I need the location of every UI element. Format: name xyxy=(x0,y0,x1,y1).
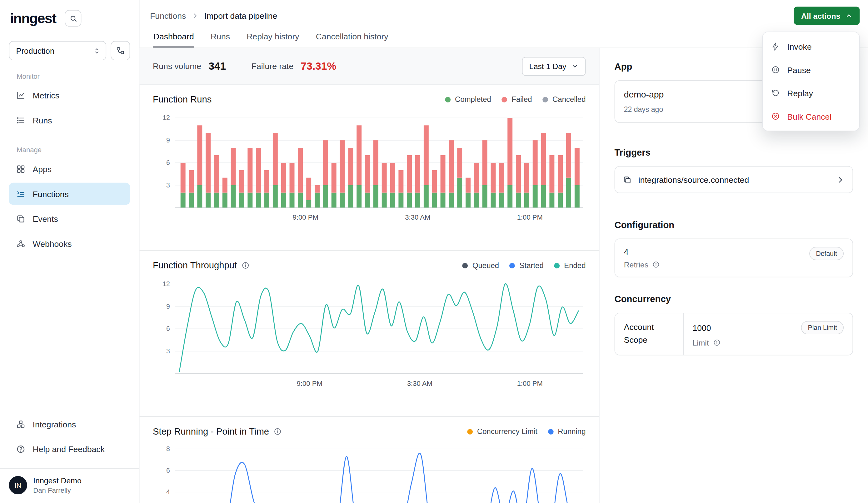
legend-label: Running xyxy=(558,428,586,436)
legend-failed: Failed xyxy=(502,95,532,104)
chevrons-updown-icon xyxy=(93,47,101,55)
sidebar-item-apps[interactable]: Apps xyxy=(9,158,130,180)
breadcrumb: Functions Import data pipeline xyxy=(150,11,277,20)
chevron-right-icon xyxy=(836,175,845,184)
pause-icon xyxy=(771,65,780,74)
menu-item-replay[interactable]: Replay xyxy=(763,81,859,104)
breadcrumb-functions-link[interactable]: Functions xyxy=(150,11,186,20)
environment-select[interactable]: Production xyxy=(9,41,106,60)
webhooks-icon xyxy=(16,239,25,248)
stats-band: Runs volume 341 Failure rate 73.31% Last… xyxy=(140,48,599,85)
date-range-value: Last 1 Day xyxy=(529,62,567,71)
breadcrumb-current: Import data pipeline xyxy=(204,11,277,20)
chevron-right-icon xyxy=(192,12,199,19)
sidebar-item-label: Metrics xyxy=(33,91,60,100)
user-name: Inngest Demo xyxy=(33,476,81,485)
svg-text:3:30 AM: 3:30 AM xyxy=(407,380,432,387)
info-icon[interactable] xyxy=(713,339,721,347)
info-icon[interactable] xyxy=(273,428,282,436)
help-icon xyxy=(16,444,25,454)
integrations-icon xyxy=(16,419,25,429)
events-icon xyxy=(16,214,25,223)
legend-started: Started xyxy=(510,261,544,270)
legend-cancelled: Cancelled xyxy=(542,95,586,104)
svg-text:9: 9 xyxy=(166,303,170,310)
legend-completed: Completed xyxy=(445,95,491,104)
sidebar-item-integrations[interactable]: Integrations xyxy=(9,413,130,435)
runs-volume-stat: Runs volume 341 xyxy=(153,60,226,72)
tab-cancellation-history[interactable]: Cancellation history xyxy=(315,32,389,48)
svg-text:1:00 PM: 1:00 PM xyxy=(517,380,543,387)
menu-item-pause[interactable]: Pause xyxy=(763,58,859,81)
svg-text:6: 6 xyxy=(166,159,170,166)
sidebar: inngest Production Monitor Metrics Runs … xyxy=(0,0,140,503)
app-root: inngest Production Monitor Metrics Runs … xyxy=(0,0,868,503)
content-body: Runs volume 341 Failure rate 73.31% Last… xyxy=(140,48,868,503)
completed-dot xyxy=(445,96,451,102)
environment-row: Production xyxy=(9,41,130,60)
all-actions-menu: Invoke Pause Replay Bulk Cancel xyxy=(762,32,860,131)
legend-label: Completed xyxy=(455,95,491,104)
date-range-select[interactable]: Last 1 Day xyxy=(522,57,586,75)
failure-rate-label: Failure rate xyxy=(251,62,293,71)
concurrency-limit-label: Limit xyxy=(692,338,709,347)
menu-item-label: Pause xyxy=(787,65,810,74)
cancel-circle-icon xyxy=(771,112,780,121)
topbar: Functions Import data pipeline All actio… xyxy=(140,0,868,32)
all-actions-button[interactable]: All actions xyxy=(794,7,860,25)
legend-ended: Ended xyxy=(554,261,586,270)
replay-icon xyxy=(771,89,780,97)
search-icon xyxy=(69,14,78,22)
function-runs-title: Function Runs xyxy=(153,94,211,105)
user-menu[interactable]: IN Inngest Demo Dan Farrelly xyxy=(0,468,139,503)
sidebar-item-label: Functions xyxy=(33,189,69,198)
tab-dashboard[interactable]: Dashboard xyxy=(153,32,195,48)
all-actions-label: All actions xyxy=(801,11,840,20)
retries-label: Retries xyxy=(624,260,649,269)
sidebar-item-functions[interactable]: Functions xyxy=(9,183,130,205)
charts-column: Runs volume 341 Failure rate 73.31% Last… xyxy=(140,48,599,503)
legend-label: Queued xyxy=(473,261,499,270)
environment-select-value: Production xyxy=(16,46,54,55)
legend-running: Running xyxy=(548,428,586,436)
function-runs-section: Function Runs Completed Failed Cancelled… xyxy=(140,85,599,251)
svg-text:9:00 PM: 9:00 PM xyxy=(297,380,322,387)
sidebar-item-runs[interactable]: Runs xyxy=(9,109,130,131)
chevron-down-icon xyxy=(571,62,578,70)
configuration-heading: Configuration xyxy=(614,220,853,230)
step-running-title: Step Running - Point in Time xyxy=(153,426,269,437)
runs-volume-label: Runs volume xyxy=(153,62,201,71)
legend-queued: Queued xyxy=(463,261,499,270)
running-dot xyxy=(548,429,554,434)
cancelled-dot xyxy=(542,96,548,102)
inngest-logo: inngest xyxy=(10,10,56,26)
sidebar-item-metrics[interactable]: Metrics xyxy=(9,84,130,106)
legend-label: Failed xyxy=(512,95,532,104)
step-running-chart: 2468 xyxy=(153,443,586,503)
metrics-icon xyxy=(16,91,25,100)
avatar: IN xyxy=(9,476,27,494)
info-icon[interactable] xyxy=(652,260,660,268)
svg-text:1:00 PM: 1:00 PM xyxy=(517,213,543,221)
sidebar-item-label: Help and Feedback xyxy=(33,444,105,454)
retries-value: 4 xyxy=(624,247,660,256)
environment-settings-button[interactable] xyxy=(111,41,130,60)
event-trigger-icon xyxy=(623,175,631,184)
menu-item-bulk-cancel[interactable]: Bulk Cancel xyxy=(763,105,859,128)
sidebar-section-monitor-label: Monitor xyxy=(9,72,130,80)
tab-replay-history[interactable]: Replay history xyxy=(246,32,300,48)
search-button[interactable] xyxy=(65,10,82,27)
step-running-section: Step Running - Point in Time Concurrency… xyxy=(140,417,599,503)
tab-runs[interactable]: Runs xyxy=(210,32,230,48)
trigger-card[interactable]: integrations/source.connected xyxy=(614,166,853,193)
menu-item-invoke[interactable]: Invoke xyxy=(763,35,859,58)
failed-dot xyxy=(502,96,507,102)
menu-item-label: Replay xyxy=(787,89,813,98)
info-icon[interactable] xyxy=(241,261,250,270)
menu-item-label: Bulk Cancel xyxy=(787,112,831,121)
sidebar-item-events[interactable]: Events xyxy=(9,207,130,230)
sidebar-item-webhooks[interactable]: Webhooks xyxy=(9,233,130,255)
function-throughput-title: Function Throughput xyxy=(153,260,237,271)
plan-limit-badge: Plan Limit xyxy=(801,321,844,335)
sidebar-item-help[interactable]: Help and Feedback xyxy=(9,438,130,460)
